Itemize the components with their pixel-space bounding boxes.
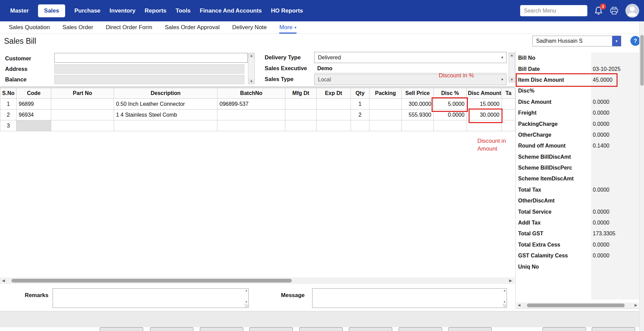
- tab-more[interactable]: More ▾: [279, 21, 296, 34]
- cell-packing[interactable]: [370, 110, 402, 120]
- cell-part-no[interactable]: [51, 120, 114, 131]
- sales-executive-field[interactable]: Demo: [314, 64, 507, 73]
- nav-sales[interactable]: Sales: [38, 4, 65, 17]
- scroll-up-arrow[interactable]: ▲: [509, 53, 515, 58]
- sales-type-label: Sales Type: [265, 76, 293, 82]
- cell-code[interactable]: 96899: [17, 99, 51, 110]
- tab-delivery-note[interactable]: Delivery Note: [232, 24, 267, 31]
- tab-direct-order-form[interactable]: Direct Order Form: [106, 24, 152, 31]
- nav-inventory[interactable]: Inventory: [110, 7, 136, 14]
- search-input[interactable]: [520, 5, 587, 16]
- nav-master[interactable]: Master: [10, 7, 29, 14]
- message-textarea[interactable]: [312, 289, 502, 308]
- cell-mfg-dt[interactable]: [285, 110, 317, 120]
- scrollbar-thumb[interactable]: [527, 304, 625, 307]
- cell-packing[interactable]: [370, 99, 402, 110]
- cell-sell-price[interactable]: [402, 120, 434, 131]
- cell-disc-pct[interactable]: 5.0000: [434, 99, 467, 110]
- cell-part-no[interactable]: [51, 110, 114, 120]
- cell-mfg-dt[interactable]: [285, 120, 317, 131]
- avatar[interactable]: [625, 4, 639, 18]
- resize-handle[interactable]: [245, 304, 248, 307]
- summary-label: GST Calamity Cess: [516, 253, 591, 259]
- cell-part-no[interactable]: [51, 99, 114, 110]
- nav-finance-and-accounts[interactable]: Finance And Accounts: [200, 7, 262, 14]
- cell-tax[interactable]: [502, 110, 515, 120]
- tab-sales-order[interactable]: Sales Order: [62, 24, 93, 31]
- notifications-button[interactable]: 3: [594, 6, 603, 16]
- cell-sno[interactable]: 3: [0, 120, 17, 131]
- action-button-1[interactable]: [100, 327, 143, 331]
- action-button-4[interactable]: [249, 327, 293, 331]
- cell-sell-price[interactable]: 300.0000: [402, 99, 434, 110]
- sales-type-select[interactable]: Local ▾: [314, 74, 507, 85]
- scrollbar-thumb[interactable]: [12, 279, 292, 283]
- cell-sell-price[interactable]: 555.9300: [402, 110, 434, 120]
- cell-batch-no[interactable]: [217, 120, 285, 131]
- scroll-up-arrow[interactable]: ▲: [503, 289, 506, 292]
- scrollbar-thumb[interactable]: [640, 35, 644, 86]
- scroll-right-arrow[interactable]: ▶: [509, 278, 512, 283]
- tab-sales-order-approval[interactable]: Sales Order Approval: [165, 24, 220, 31]
- cell-sno[interactable]: 2: [0, 110, 17, 120]
- action-button-2[interactable]: [150, 327, 193, 331]
- cell-disc-pct[interactable]: 0.0000: [434, 110, 467, 120]
- main-menu: Master Sales Purchase Inventory Reports …: [0, 4, 303, 17]
- action-button-7[interactable]: [399, 327, 442, 331]
- cell-description[interactable]: 0.50 Inch Leather Connector: [114, 99, 217, 110]
- cell-tax[interactable]: [502, 99, 515, 110]
- tab-sales-quotation[interactable]: Sales Quotation: [9, 24, 50, 31]
- remarks-textarea[interactable]: [53, 289, 244, 308]
- scroll-up-arrow[interactable]: ▲: [245, 289, 248, 292]
- user-select-value: Sadham Hussain S: [533, 38, 612, 44]
- customer-input[interactable]: [54, 53, 248, 63]
- scroll-down-arrow[interactable]: ▼: [245, 300, 248, 304]
- nav-ho-reports[interactable]: HO Reports: [271, 7, 303, 14]
- resize-handle[interactable]: [503, 304, 506, 307]
- cell-disc-pct[interactable]: [434, 120, 467, 131]
- cell-description[interactable]: 1 4 Stainless Steel Comb: [114, 110, 217, 120]
- message-box: ▲ ▼: [312, 288, 507, 308]
- cell-packing[interactable]: [370, 120, 402, 131]
- summary-row: Scheme BillDiscPerc: [516, 162, 640, 173]
- cell-exp-dt[interactable]: [317, 120, 351, 131]
- scroll-down-arrow[interactable]: ▼: [509, 77, 515, 82]
- cell-qty[interactable]: [351, 120, 370, 131]
- scroll-left-arrow[interactable]: ◀: [518, 303, 520, 307]
- help-button[interactable]: ?: [630, 36, 640, 46]
- cell-disc-amount[interactable]: 30.0000: [467, 110, 502, 120]
- cell-qty[interactable]: 1: [351, 99, 370, 110]
- nav-purchase[interactable]: Purchase: [74, 7, 100, 14]
- action-button-10[interactable]: [592, 327, 635, 331]
- action-button-9[interactable]: [543, 327, 586, 331]
- cell-description[interactable]: [114, 120, 217, 131]
- user-select[interactable]: Sadham Hussain S ▼: [532, 36, 621, 46]
- cell-exp-dt[interactable]: [317, 99, 351, 110]
- summary-row: Scheme ItemDiscAmt: [516, 173, 640, 184]
- cell-disc-amount[interactable]: 15.0000: [467, 99, 502, 110]
- cell-code[interactable]: [17, 120, 51, 131]
- scroll-right-arrow[interactable]: ▶: [634, 303, 637, 307]
- cell-batch-no[interactable]: 096899-537: [217, 99, 285, 110]
- cell-sno[interactable]: 1: [0, 99, 17, 110]
- cell-batch-no[interactable]: [217, 110, 285, 120]
- scroll-left-arrow[interactable]: ◀: [2, 278, 5, 283]
- cell-code[interactable]: 96934: [17, 110, 51, 120]
- action-button-5[interactable]: [299, 327, 343, 331]
- action-button-6[interactable]: [349, 327, 392, 331]
- nav-tools[interactable]: Tools: [176, 7, 191, 14]
- summary-label: PackingCharge: [516, 121, 591, 127]
- print-button[interactable]: [610, 7, 619, 15]
- delivery-type-select[interactable]: Delivered ▾: [314, 52, 507, 63]
- action-button-8[interactable]: [448, 327, 492, 331]
- cell-qty[interactable]: 2: [351, 110, 370, 120]
- action-button-3[interactable]: [200, 327, 243, 331]
- cell-exp-dt[interactable]: [317, 110, 351, 120]
- cell-tax[interactable]: [502, 120, 515, 131]
- scroll-up-arrow[interactable]: ▲: [248, 53, 254, 58]
- scroll-down-arrow[interactable]: ▼: [248, 79, 254, 84]
- scroll-down-arrow[interactable]: ▼: [503, 300, 506, 304]
- nav-reports[interactable]: Reports: [145, 7, 166, 14]
- cell-disc-amount[interactable]: [467, 120, 502, 131]
- cell-mfg-dt[interactable]: [285, 99, 317, 110]
